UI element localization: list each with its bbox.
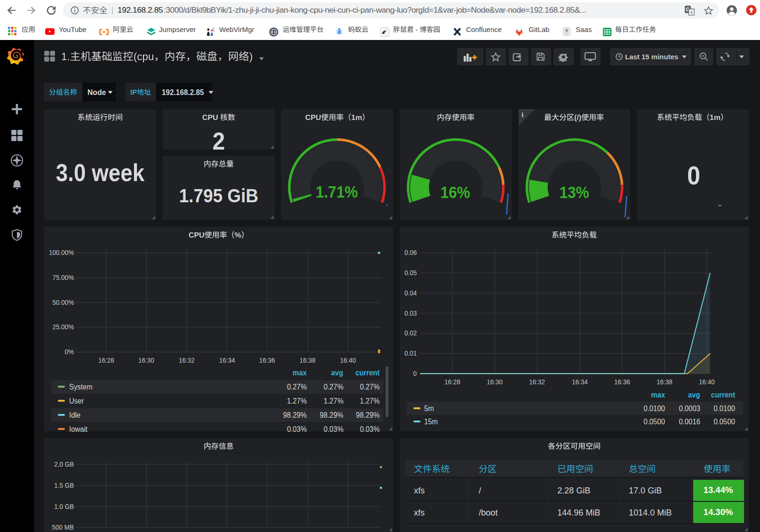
svg-text:i: i xyxy=(522,111,523,119)
svg-text:x: x xyxy=(690,10,693,15)
